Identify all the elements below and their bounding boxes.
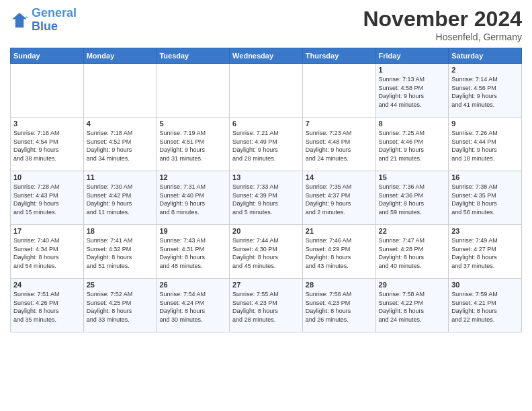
day-number: 22 [379,227,446,235]
day-cell: 26Sunrise: 7:54 AM Sunset: 4:24 PM Dayli… [157,279,230,332]
header-cell-wednesday: Wednesday [230,48,303,64]
day-number: 21 [306,227,373,235]
day-cell: 18Sunrise: 7:41 AM Sunset: 4:32 PM Dayli… [83,225,157,279]
day-cell: 8Sunrise: 7:25 AM Sunset: 4:46 PM Daylig… [375,118,449,171]
week-row-2: 3Sunrise: 7:16 AM Sunset: 4:54 PM Daylig… [11,118,522,171]
day-cell: 24Sunrise: 7:51 AM Sunset: 4:26 PM Dayli… [11,279,84,332]
day-number: 9 [451,120,519,128]
day-info: Sunrise: 7:52 AM Sunset: 4:25 PM Dayligh… [87,290,154,324]
week-row-3: 10Sunrise: 7:28 AM Sunset: 4:43 PM Dayli… [11,171,522,225]
day-info: Sunrise: 7:18 AM Sunset: 4:52 PM Dayligh… [87,129,154,163]
day-number: 11 [87,173,154,181]
day-number: 7 [306,120,373,128]
day-number: 23 [451,227,519,235]
header-cell-friday: Friday [375,48,449,64]
logo-general: General [32,6,77,19]
day-cell: 3Sunrise: 7:16 AM Sunset: 4:54 PM Daylig… [11,118,84,171]
logo: General Blue [10,7,77,34]
day-info: Sunrise: 7:40 AM Sunset: 4:34 PM Dayligh… [13,236,81,270]
day-number: 10 [13,173,81,181]
day-number: 13 [232,173,300,181]
day-number: 26 [159,281,226,289]
day-info: Sunrise: 7:44 AM Sunset: 4:30 PM Dayligh… [232,236,300,270]
day-number: 5 [159,120,226,128]
day-number: 12 [159,173,226,181]
day-cell: 29Sunrise: 7:58 AM Sunset: 4:22 PM Dayli… [375,279,449,332]
day-info: Sunrise: 7:30 AM Sunset: 4:42 PM Dayligh… [87,183,154,216]
day-cell: 7Sunrise: 7:23 AM Sunset: 4:48 PM Daylig… [302,118,375,171]
day-number: 15 [379,173,446,181]
day-cell: 13Sunrise: 7:33 AM Sunset: 4:39 PM Dayli… [230,171,303,225]
day-cell: 27Sunrise: 7:55 AM Sunset: 4:23 PM Dayli… [230,279,303,332]
header-cell-tuesday: Tuesday [157,48,230,64]
header-cell-monday: Monday [83,48,157,64]
day-info: Sunrise: 7:43 AM Sunset: 4:31 PM Dayligh… [159,236,226,270]
day-info: Sunrise: 7:21 AM Sunset: 4:49 PM Dayligh… [232,129,300,163]
day-number: 2 [451,66,519,74]
day-cell: 15Sunrise: 7:36 AM Sunset: 4:36 PM Dayli… [375,171,449,225]
day-info: Sunrise: 7:38 AM Sunset: 4:35 PM Dayligh… [451,183,519,216]
header-row: SundayMondayTuesdayWednesdayThursdayFrid… [11,48,522,64]
logo-icon [10,11,29,30]
day-cell: 14Sunrise: 7:35 AM Sunset: 4:37 PM Dayli… [302,171,375,225]
day-info: Sunrise: 7:59 AM Sunset: 4:21 PM Dayligh… [451,290,519,324]
title-block: November 2024 Hosenfeld, Germany [363,7,522,42]
day-info: Sunrise: 7:36 AM Sunset: 4:36 PM Dayligh… [379,183,446,216]
day-cell: 10Sunrise: 7:28 AM Sunset: 4:43 PM Dayli… [11,171,84,225]
day-info: Sunrise: 7:49 AM Sunset: 4:27 PM Dayligh… [451,236,519,270]
day-cell: 19Sunrise: 7:43 AM Sunset: 4:31 PM Dayli… [157,225,230,279]
day-info: Sunrise: 7:31 AM Sunset: 4:40 PM Dayligh… [159,183,226,216]
day-number: 16 [451,173,519,181]
day-cell: 4Sunrise: 7:18 AM Sunset: 4:52 PM Daylig… [83,118,157,171]
day-cell: 28Sunrise: 7:56 AM Sunset: 4:23 PM Dayli… [302,279,375,332]
day-cell: 21Sunrise: 7:46 AM Sunset: 4:29 PM Dayli… [302,225,375,279]
day-cell: 22Sunrise: 7:47 AM Sunset: 4:28 PM Dayli… [375,225,449,279]
day-cell [11,64,84,118]
day-info: Sunrise: 7:54 AM Sunset: 4:24 PM Dayligh… [159,290,226,324]
week-row-5: 24Sunrise: 7:51 AM Sunset: 4:26 PM Dayli… [11,279,522,332]
day-number: 1 [379,66,446,74]
logo-text: General Blue [32,7,77,34]
day-cell: 23Sunrise: 7:49 AM Sunset: 4:27 PM Dayli… [449,225,522,279]
day-info: Sunrise: 7:23 AM Sunset: 4:48 PM Dayligh… [306,129,373,163]
day-number: 20 [232,227,300,235]
day-info: Sunrise: 7:41 AM Sunset: 4:32 PM Dayligh… [87,236,154,270]
day-cell [83,64,157,118]
day-number: 27 [232,281,300,289]
day-info: Sunrise: 7:19 AM Sunset: 4:51 PM Dayligh… [159,129,226,163]
day-cell: 30Sunrise: 7:59 AM Sunset: 4:21 PM Dayli… [449,279,522,332]
day-number: 4 [87,120,154,128]
day-number: 29 [379,281,446,289]
day-cell [230,64,303,118]
day-info: Sunrise: 7:58 AM Sunset: 4:22 PM Dayligh… [379,290,446,324]
header-cell-saturday: Saturday [449,48,522,64]
day-info: Sunrise: 7:47 AM Sunset: 4:28 PM Dayligh… [379,236,446,270]
day-info: Sunrise: 7:16 AM Sunset: 4:54 PM Dayligh… [13,129,81,163]
day-cell: 6Sunrise: 7:21 AM Sunset: 4:49 PM Daylig… [230,118,303,171]
day-cell: 25Sunrise: 7:52 AM Sunset: 4:25 PM Dayli… [83,279,157,332]
day-info: Sunrise: 7:35 AM Sunset: 4:37 PM Dayligh… [306,183,373,216]
day-number: 28 [306,281,373,289]
location: Hosenfeld, Germany [363,32,522,42]
day-cell: 12Sunrise: 7:31 AM Sunset: 4:40 PM Dayli… [157,171,230,225]
day-number: 14 [306,173,373,181]
day-number: 8 [379,120,446,128]
day-cell: 16Sunrise: 7:38 AM Sunset: 4:35 PM Dayli… [449,171,522,225]
calendar-header: SundayMondayTuesdayWednesdayThursdayFrid… [11,48,522,64]
day-cell [157,64,230,118]
day-cell [302,64,375,118]
logo-blue: Blue [32,19,58,33]
day-cell: 17Sunrise: 7:40 AM Sunset: 4:34 PM Dayli… [11,225,84,279]
day-number: 3 [13,120,81,128]
page-container: General Blue November 2024 Hosenfeld, Ge… [0,0,532,339]
day-cell: 20Sunrise: 7:44 AM Sunset: 4:30 PM Dayli… [230,225,303,279]
day-cell: 11Sunrise: 7:30 AM Sunset: 4:42 PM Dayli… [83,171,157,225]
day-info: Sunrise: 7:25 AM Sunset: 4:46 PM Dayligh… [379,129,446,163]
day-number: 6 [232,120,300,128]
month-title: November 2024 [363,7,522,32]
day-number: 18 [87,227,154,235]
day-info: Sunrise: 7:33 AM Sunset: 4:39 PM Dayligh… [232,183,300,216]
week-row-4: 17Sunrise: 7:40 AM Sunset: 4:34 PM Dayli… [11,225,522,279]
day-cell: 5Sunrise: 7:19 AM Sunset: 4:51 PM Daylig… [157,118,230,171]
day-info: Sunrise: 7:26 AM Sunset: 4:44 PM Dayligh… [451,129,519,163]
